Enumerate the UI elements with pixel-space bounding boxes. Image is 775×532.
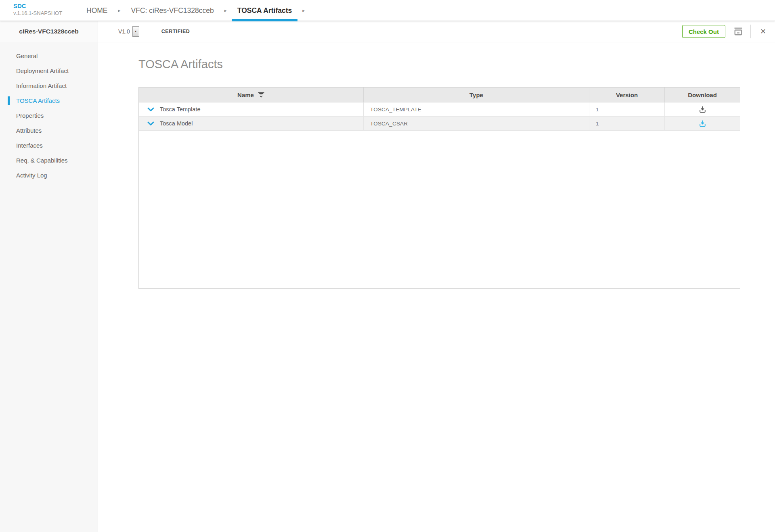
sidebar-item-information-artifact[interactable]: Information Artifact — [0, 78, 98, 93]
app-version: v.1.16.1-SNAPSHOT — [13, 10, 62, 17]
artifact-type-cell: TOSCA_TEMPLATE — [364, 102, 589, 116]
close-icon[interactable]: ✕ — [758, 27, 769, 36]
column-label: Name — [237, 92, 254, 98]
sidebar-item-req-capabilities[interactable]: Req. & Capabilities — [0, 153, 98, 168]
divider — [150, 25, 150, 38]
column-header-name[interactable]: Name — [139, 88, 364, 102]
artifact-version-cell: 1 — [589, 102, 665, 116]
page-title: TOSCA Artifacts — [138, 58, 223, 71]
entity-header-bar: ciRes-VFC1328cceb V1.0 ▼ CERTIFIED Check… — [0, 21, 775, 42]
table-row-tosca-model[interactable]: Tosca Model TOSCA_CSAR 1 — [139, 117, 740, 131]
artifact-download-cell — [665, 102, 740, 116]
divider — [750, 25, 751, 38]
expand-chevron-down-icon[interactable] — [147, 121, 154, 126]
version-selector[interactable]: V1.0 ▼ — [118, 26, 139, 37]
breadcrumb-home-label: HOME — [86, 6, 108, 15]
breadcrumb: HOME ▸ VFC: ciRes-VFC1328cceb ▸ TOSCA Ar… — [81, 0, 310, 21]
artifact-version: 1 — [596, 121, 599, 127]
sidebar: General Deployment Artifact Information … — [0, 42, 98, 532]
active-item-indicator — [8, 96, 10, 105]
artifact-name-cell: Tosca Model — [139, 117, 364, 130]
download-icon[interactable] — [698, 119, 707, 128]
column-label: Type — [469, 92, 483, 98]
sidebar-item-deployment-artifact[interactable]: Deployment Artifact — [0, 63, 98, 78]
sidebar-item-label: Activity Log — [16, 172, 47, 179]
sidebar-item-label: Information Artifact — [16, 82, 67, 89]
artifact-name: Tosca Template — [160, 106, 200, 113]
sort-filter-icon[interactable] — [258, 92, 265, 98]
column-header-version: Version — [589, 88, 665, 102]
chevron-right-icon: ▸ — [118, 0, 121, 21]
sidebar-item-interfaces[interactable]: Interfaces — [0, 138, 98, 153]
sidebar-item-label: Req. & Capabilities — [16, 157, 68, 164]
version-dropdown[interactable]: ▼ — [132, 26, 139, 37]
tosca-artifacts-table: Name Type Version Download — [138, 87, 740, 289]
lifecycle-status-badge: CERTIFIED — [161, 29, 190, 34]
version-label: V1.0 — [118, 28, 130, 35]
artifact-type-cell: TOSCA_CSAR — [364, 117, 589, 130]
breadcrumb-tosca-artifacts[interactable]: TOSCA Artifacts — [232, 0, 298, 21]
breadcrumb-tosca-label: TOSCA Artifacts — [237, 6, 292, 15]
table-header-row: Name Type Version Download — [139, 88, 740, 102]
artifact-type: TOSCA_TEMPLATE — [370, 106, 421, 113]
app-name: SDC — [13, 2, 62, 10]
sidebar-item-label: Properties — [16, 112, 44, 119]
column-label: Download — [688, 92, 717, 98]
sidebar-item-attributes[interactable]: Attributes — [0, 123, 98, 138]
sidebar-item-label: Interfaces — [16, 142, 43, 149]
sdc-logo: SDC v.1.16.1-SNAPSHOT — [13, 2, 62, 17]
artifact-name-cell: Tosca Template — [139, 102, 364, 116]
print-icon[interactable] — [733, 27, 744, 36]
breadcrumb-vfc-label: VFC: ciRes-VFC1328cceb — [131, 6, 214, 15]
artifact-version: 1 — [596, 106, 599, 113]
artifact-download-cell — [665, 117, 740, 130]
artifact-type: TOSCA_CSAR — [370, 121, 408, 127]
sidebar-item-label: General — [16, 52, 38, 59]
column-label: Version — [616, 92, 638, 98]
main-content: TOSCA Artifacts Name Type Version Downlo… — [98, 42, 775, 532]
check-out-button[interactable]: Check Out — [682, 25, 725, 38]
expand-chevron-down-icon[interactable] — [147, 107, 154, 112]
sidebar-item-tosca-artifacts[interactable]: TOSCA Artifacts — [0, 93, 98, 108]
sidebar-item-label: TOSCA Artifacts — [16, 97, 60, 104]
download-icon[interactable] — [698, 105, 707, 114]
chevron-right-icon: ▸ — [224, 0, 227, 21]
sidebar-item-general[interactable]: General — [0, 48, 98, 63]
breadcrumb-home[interactable]: HOME — [81, 0, 113, 21]
breadcrumb-vfc[interactable]: VFC: ciRes-VFC1328cceb — [126, 0, 220, 21]
top-bar: SDC v.1.16.1-SNAPSHOT HOME ▸ VFC: ciRes-… — [0, 0, 775, 21]
chevron-right-icon: ▸ — [302, 0, 305, 21]
table-row-tosca-template[interactable]: Tosca Template TOSCA_TEMPLATE 1 — [139, 102, 740, 117]
column-header-download: Download — [665, 88, 740, 102]
sidebar-item-label: Deployment Artifact — [16, 67, 69, 74]
caret-down-icon: ▼ — [134, 30, 137, 33]
sidebar-item-properties[interactable]: Properties — [0, 108, 98, 123]
header-actions: Check Out ✕ — [682, 25, 775, 38]
sidebar-item-label: Attributes — [16, 127, 42, 134]
artifact-version-cell: 1 — [589, 117, 665, 130]
column-header-type: Type — [364, 88, 589, 102]
entity-name: ciRes-VFC1328cceb — [0, 21, 98, 42]
artifact-name: Tosca Model — [160, 120, 193, 127]
sidebar-item-activity-log[interactable]: Activity Log — [0, 168, 98, 183]
